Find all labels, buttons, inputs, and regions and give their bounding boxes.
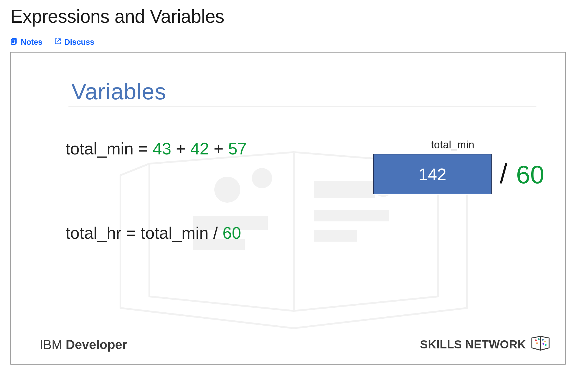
slide-content: total_min = 43 + 42 + 57 total_min 142 /… bbox=[68, 139, 516, 242]
footer-right-brand: SKILLS NETWORK bbox=[420, 335, 551, 354]
division-expression: / 60 bbox=[500, 158, 544, 190]
discuss-link[interactable]: Discuss bbox=[54, 38, 94, 47]
value-box: 142 bbox=[373, 154, 492, 194]
notes-label: Notes bbox=[21, 38, 42, 47]
expr1-lhs: total_min = bbox=[66, 139, 153, 158]
notes-icon bbox=[10, 38, 18, 47]
svg-point-20 bbox=[545, 344, 547, 346]
svg-point-18 bbox=[544, 341, 546, 342]
expr2-n1: 60 bbox=[222, 223, 241, 242]
variable-label: total_min bbox=[431, 139, 566, 151]
expr1-n1: 43 bbox=[153, 139, 171, 158]
slide-footer: IBM Developer SKILLS NETWORK bbox=[40, 335, 551, 354]
expr1-op1: + bbox=[171, 139, 190, 158]
svg-line-5 bbox=[57, 39, 60, 42]
external-link-icon bbox=[54, 38, 62, 47]
slide-area: Variables total_min = 43 + 42 + 57 total… bbox=[11, 53, 565, 364]
notes-link[interactable]: Notes bbox=[10, 38, 42, 47]
slash-symbol: / bbox=[500, 159, 507, 189]
svg-point-17 bbox=[542, 339, 544, 341]
slide-heading-divider: Variables bbox=[68, 79, 536, 107]
expr1-op2: + bbox=[209, 139, 228, 158]
skills-network-logo-icon bbox=[530, 335, 551, 354]
value-row: 142 / 60 bbox=[373, 154, 566, 194]
discuss-label: Discuss bbox=[64, 38, 94, 47]
value-illustration: total_min 142 / 60 bbox=[373, 139, 566, 194]
action-bar: Notes Discuss bbox=[10, 38, 566, 47]
expr1-n3: 57 bbox=[228, 139, 247, 158]
svg-point-15 bbox=[538, 338, 540, 340]
footer-ibm: IBM bbox=[40, 337, 66, 352]
divisor-number: 60 bbox=[516, 160, 545, 189]
video-slide-frame[interactable]: Variables total_min = 43 + 42 + 57 total… bbox=[10, 52, 566, 365]
expr1-n2: 42 bbox=[190, 139, 209, 158]
footer-skills-network-label: SKILLS NETWORK bbox=[420, 338, 526, 351]
svg-point-16 bbox=[536, 342, 538, 344]
expression-line-2: total_hr = total_min / 60 bbox=[66, 223, 516, 242]
footer-left-brand: IBM Developer bbox=[40, 337, 127, 352]
svg-point-19 bbox=[542, 343, 544, 345]
footer-developer: Developer bbox=[66, 337, 127, 352]
svg-point-14 bbox=[535, 339, 537, 341]
slide-heading: Variables bbox=[68, 79, 536, 107]
expr2-lhs: total_hr = total_min / bbox=[66, 223, 222, 242]
page-title: Expressions and Variables bbox=[10, 6, 566, 27]
